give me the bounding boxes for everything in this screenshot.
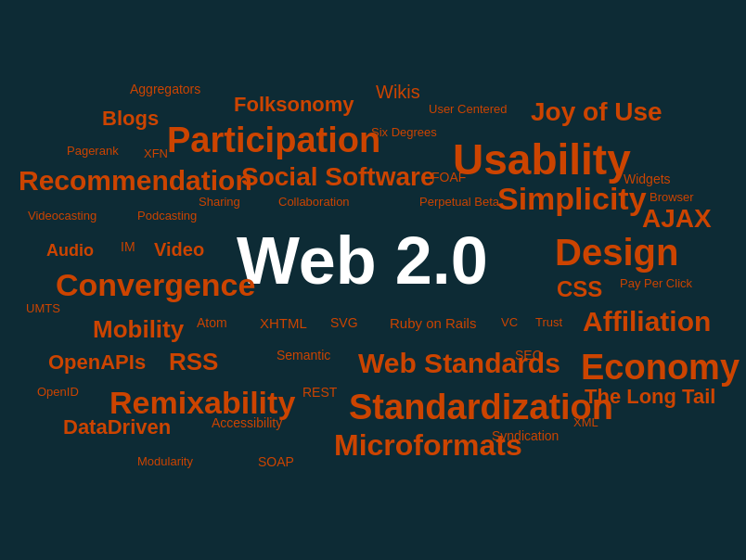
cloud-word-14: The Long Tail <box>585 385 715 409</box>
cloud-word-42: Atom <box>197 315 227 330</box>
cloud-word-9: Convergence <box>56 267 255 303</box>
cloud-word-44: SVG <box>330 315 358 330</box>
cloud-word-3: Recommendation <box>19 165 252 197</box>
cloud-word-34: XFN <box>144 146 168 160</box>
cloud-word-7: AJAX <box>642 204 712 234</box>
cloud-word-41: UMTS <box>26 301 60 315</box>
cloud-word-52: REST <box>302 385 337 400</box>
cloud-word-27: Six Degrees <box>371 125 437 139</box>
cloud-word-4: Social Software <box>241 162 435 192</box>
cloud-word-53: XML <box>573 415 598 429</box>
cloud-word-47: Trust <box>535 315 562 329</box>
cloud-word-21: CSS <box>557 276 602 302</box>
cloud-word-28: FOAF <box>431 170 466 185</box>
cloud-word-19: RSS <box>169 348 218 376</box>
cloud-word-29: Widgets <box>624 172 671 186</box>
cloud-word-54: Accessibility <box>212 415 282 430</box>
cloud-word-24: Wikis <box>376 82 420 103</box>
cloud-word-33: Perpetual Beta <box>419 195 499 209</box>
cloud-word-30: Browser <box>650 190 694 204</box>
cloud-word-12: Affiliation <box>583 306 711 337</box>
cloud-word-40: Video <box>154 239 204 261</box>
cloud-word-26: User Centered <box>429 102 508 116</box>
word-cloud: Web 2.0UsabilityParticipationRecommendat… <box>0 0 746 560</box>
cloud-word-51: OpenID <box>37 385 79 399</box>
cloud-word-55: Syndication <box>492 428 559 443</box>
cloud-word-56: Modularity <box>137 454 193 468</box>
cloud-word-11: Economy <box>581 348 740 388</box>
cloud-word-57: SOAP <box>258 454 294 469</box>
cloud-word-8: Design <box>555 232 678 274</box>
cloud-word-6: Joy of Use <box>531 97 662 127</box>
cloud-word-35: Pagerank <box>67 144 119 158</box>
cloud-word-46: VC <box>501 315 518 329</box>
cloud-word-23: Blogs <box>102 107 159 131</box>
cloud-word-48: Pay Per Click <box>620 276 692 290</box>
cloud-word-49: SEO <box>515 348 543 363</box>
cloud-word-45: Ruby on Rails <box>390 315 476 331</box>
cloud-word-43: XHTML <box>260 315 307 331</box>
cloud-word-1: Usability <box>453 134 631 185</box>
cloud-word-36: Videocasting <box>28 209 96 223</box>
cloud-word-31: Sharing <box>199 195 240 209</box>
cloud-word-22: Folksonomy <box>234 93 354 117</box>
cloud-word-38: Audio <box>46 241 94 261</box>
cloud-word-10: Mobility <box>93 315 184 344</box>
cloud-word-18: OpenAPIs <box>48 350 146 375</box>
cloud-word-50: Semantic <box>277 348 330 363</box>
cloud-word-0: Web 2.0 <box>237 223 488 299</box>
cloud-word-2: Participation <box>167 121 380 160</box>
cloud-word-39: IM <box>121 239 135 254</box>
cloud-word-25: Aggregators <box>130 82 200 96</box>
cloud-word-20: DataDriven <box>63 415 171 439</box>
cloud-word-32: Collaboration <box>278 195 350 209</box>
cloud-word-37: Podcasting <box>137 209 197 223</box>
